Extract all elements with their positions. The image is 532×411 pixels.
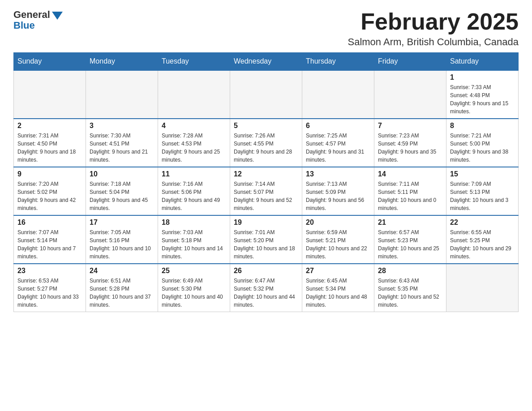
calendar-cell — [14, 70, 86, 119]
calendar-cell: 25Sunrise: 6:49 AMSunset: 5:30 PMDayligh… — [158, 264, 230, 312]
day-info: Sunrise: 6:43 AMSunset: 5:35 PMDaylight:… — [378, 277, 442, 309]
day-info: Sunrise: 6:55 AMSunset: 5:25 PMDaylight:… — [450, 228, 515, 261]
calendar-cell — [86, 70, 158, 119]
calendar-cell: 26Sunrise: 6:47 AMSunset: 5:32 PMDayligh… — [230, 264, 302, 312]
day-info: Sunrise: 7:26 AMSunset: 4:55 PMDaylight:… — [234, 132, 298, 164]
day-number: 1 — [450, 73, 515, 81]
header-saturday: Saturday — [446, 53, 519, 71]
calendar-title: February 2025 — [348, 9, 519, 34]
calendar-cell: 20Sunrise: 6:59 AMSunset: 5:21 PMDayligh… — [302, 215, 374, 264]
day-info: Sunrise: 6:53 AMSunset: 5:27 PMDaylight:… — [17, 277, 82, 309]
calendar-cell: 13Sunrise: 7:13 AMSunset: 5:09 PMDayligh… — [302, 167, 374, 215]
day-info: Sunrise: 7:33 AMSunset: 4:48 PMDaylight:… — [450, 83, 515, 116]
calendar-cell — [158, 70, 230, 119]
calendar-cell: 5Sunrise: 7:26 AMSunset: 4:55 PMDaylight… — [230, 119, 302, 167]
logo: General Blue — [13, 9, 63, 31]
header-monday: Monday — [86, 53, 158, 71]
day-info: Sunrise: 7:31 AMSunset: 4:50 PMDaylight:… — [17, 132, 82, 164]
calendar-cell: 8Sunrise: 7:21 AMSunset: 5:00 PMDaylight… — [446, 119, 519, 167]
calendar-cell: 15Sunrise: 7:09 AMSunset: 5:13 PMDayligh… — [446, 167, 519, 215]
day-number: 14 — [378, 170, 442, 178]
day-number: 8 — [450, 122, 515, 130]
page-header: General Blue February 2025 Salmon Arm, B… — [13, 9, 519, 48]
day-info: Sunrise: 7:05 AMSunset: 5:16 PMDaylight:… — [90, 228, 154, 261]
header-friday: Friday — [374, 53, 446, 71]
day-number: 6 — [306, 122, 370, 130]
day-number: 26 — [234, 267, 298, 275]
logo-arrow-icon — [52, 12, 63, 20]
day-number: 17 — [90, 218, 154, 227]
calendar-cell: 7Sunrise: 7:23 AMSunset: 4:59 PMDaylight… — [374, 119, 446, 167]
day-number: 19 — [234, 218, 298, 227]
calendar-cell: 12Sunrise: 7:14 AMSunset: 5:07 PMDayligh… — [230, 167, 302, 215]
day-number: 23 — [17, 267, 82, 275]
day-number: 10 — [90, 170, 154, 178]
day-info: Sunrise: 7:07 AMSunset: 5:14 PMDaylight:… — [17, 228, 82, 261]
day-info: Sunrise: 7:13 AMSunset: 5:09 PMDaylight:… — [306, 180, 370, 212]
calendar-cell: 3Sunrise: 7:30 AMSunset: 4:51 PMDaylight… — [86, 119, 158, 167]
header-tuesday: Tuesday — [158, 53, 230, 71]
calendar-cell: 27Sunrise: 6:45 AMSunset: 5:34 PMDayligh… — [302, 264, 374, 312]
calendar-cell: 9Sunrise: 7:20 AMSunset: 5:02 PMDaylight… — [14, 167, 86, 215]
day-number: 21 — [378, 218, 442, 227]
calendar-cell: 21Sunrise: 6:57 AMSunset: 5:23 PMDayligh… — [374, 215, 446, 264]
day-info: Sunrise: 7:16 AMSunset: 5:06 PMDaylight:… — [162, 180, 226, 212]
day-number: 18 — [162, 218, 226, 227]
day-info: Sunrise: 7:18 AMSunset: 5:04 PMDaylight:… — [90, 180, 154, 212]
day-number: 3 — [90, 122, 154, 130]
calendar-table: Sunday Monday Tuesday Wednesday Thursday… — [13, 52, 519, 312]
day-number: 12 — [234, 170, 298, 178]
calendar-cell: 10Sunrise: 7:18 AMSunset: 5:04 PMDayligh… — [86, 167, 158, 215]
calendar-cell: 2Sunrise: 7:31 AMSunset: 4:50 PMDaylight… — [14, 119, 86, 167]
day-number: 25 — [162, 267, 226, 275]
day-info: Sunrise: 6:45 AMSunset: 5:34 PMDaylight:… — [306, 277, 370, 309]
calendar-cell: 18Sunrise: 7:03 AMSunset: 5:18 PMDayligh… — [158, 215, 230, 264]
day-number: 27 — [306, 267, 370, 275]
week-row-2: 9Sunrise: 7:20 AMSunset: 5:02 PMDaylight… — [14, 167, 519, 215]
calendar-subtitle: Salmon Arm, British Columbia, Canada — [348, 36, 519, 48]
day-number: 9 — [17, 170, 82, 178]
day-info: Sunrise: 7:03 AMSunset: 5:18 PMDaylight:… — [162, 228, 226, 261]
calendar-cell: 11Sunrise: 7:16 AMSunset: 5:06 PMDayligh… — [158, 167, 230, 215]
week-row-0: 1Sunrise: 7:33 AMSunset: 4:48 PMDaylight… — [14, 70, 519, 119]
day-info: Sunrise: 7:21 AMSunset: 5:00 PMDaylight:… — [450, 132, 515, 164]
header-row: Sunday Monday Tuesday Wednesday Thursday… — [14, 53, 519, 71]
day-number: 4 — [162, 122, 226, 130]
logo-blue-text: Blue — [13, 20, 35, 31]
day-info: Sunrise: 6:49 AMSunset: 5:30 PMDaylight:… — [162, 277, 226, 309]
day-info: Sunrise: 7:01 AMSunset: 5:20 PMDaylight:… — [234, 228, 298, 261]
calendar-cell: 1Sunrise: 7:33 AMSunset: 4:48 PMDaylight… — [446, 70, 519, 119]
day-number: 16 — [17, 218, 82, 227]
day-info: Sunrise: 7:25 AMSunset: 4:57 PMDaylight:… — [306, 132, 370, 164]
day-number: 24 — [90, 267, 154, 275]
day-info: Sunrise: 6:51 AMSunset: 5:28 PMDaylight:… — [90, 277, 154, 309]
calendar-cell: 16Sunrise: 7:07 AMSunset: 5:14 PMDayligh… — [14, 215, 86, 264]
calendar-cell: 4Sunrise: 7:28 AMSunset: 4:53 PMDaylight… — [158, 119, 230, 167]
calendar-cell: 22Sunrise: 6:55 AMSunset: 5:25 PMDayligh… — [446, 215, 519, 264]
day-info: Sunrise: 6:47 AMSunset: 5:32 PMDaylight:… — [234, 277, 298, 309]
calendar-cell: 17Sunrise: 7:05 AMSunset: 5:16 PMDayligh… — [86, 215, 158, 264]
day-info: Sunrise: 6:59 AMSunset: 5:21 PMDaylight:… — [306, 228, 370, 261]
day-number: 2 — [17, 122, 82, 130]
day-info: Sunrise: 7:09 AMSunset: 5:13 PMDaylight:… — [450, 180, 515, 212]
week-row-3: 16Sunrise: 7:07 AMSunset: 5:14 PMDayligh… — [14, 215, 519, 264]
day-number: 20 — [306, 218, 370, 227]
calendar-cell — [374, 70, 446, 119]
logo-general-text: General — [13, 9, 50, 21]
header-wednesday: Wednesday — [230, 53, 302, 71]
day-number: 13 — [306, 170, 370, 178]
header-sunday: Sunday — [14, 53, 86, 71]
calendar-cell — [302, 70, 374, 119]
calendar-cell — [230, 70, 302, 119]
day-info: Sunrise: 7:14 AMSunset: 5:07 PMDaylight:… — [234, 180, 298, 212]
day-number: 22 — [450, 218, 515, 227]
week-row-4: 23Sunrise: 6:53 AMSunset: 5:27 PMDayligh… — [14, 264, 519, 312]
calendar-cell — [446, 264, 519, 312]
calendar-cell: 23Sunrise: 6:53 AMSunset: 5:27 PMDayligh… — [14, 264, 86, 312]
day-info: Sunrise: 7:20 AMSunset: 5:02 PMDaylight:… — [17, 180, 82, 212]
day-number: 15 — [450, 170, 515, 178]
day-info: Sunrise: 7:28 AMSunset: 4:53 PMDaylight:… — [162, 132, 226, 164]
calendar-cell: 19Sunrise: 7:01 AMSunset: 5:20 PMDayligh… — [230, 215, 302, 264]
day-number: 5 — [234, 122, 298, 130]
day-info: Sunrise: 7:11 AMSunset: 5:11 PMDaylight:… — [378, 180, 442, 212]
